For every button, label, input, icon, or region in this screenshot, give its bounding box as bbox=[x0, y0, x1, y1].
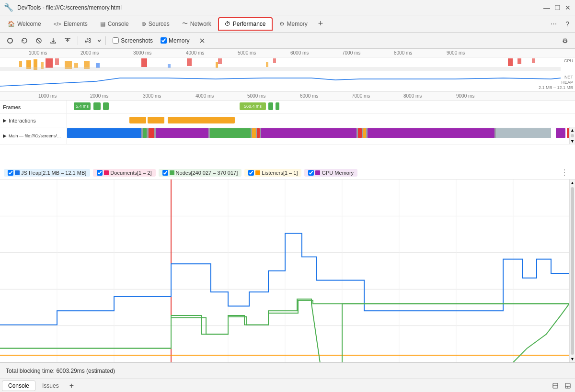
cpu-chart bbox=[0, 57, 561, 74]
main-task-6 bbox=[252, 128, 256, 138]
tab-bar: 🏠 Welcome </> Elements ▤ Console ⊛ Sourc… bbox=[0, 15, 575, 33]
frame-val-1: 5.4 ms bbox=[76, 104, 89, 109]
legend-nodes[interactable]: Nodes[240 027 – 370 017] bbox=[159, 169, 242, 177]
legend-menu-button[interactable]: ⋮ bbox=[558, 168, 571, 177]
legend-js-heap-check[interactable] bbox=[8, 170, 13, 176]
main-task-7 bbox=[257, 128, 260, 138]
main-task-2 bbox=[143, 128, 147, 138]
main-task-11 bbox=[368, 128, 494, 138]
tab-add-button[interactable]: + bbox=[314, 19, 327, 29]
reload-record-button[interactable] bbox=[18, 34, 31, 47]
tab-welcome[interactable]: 🏠 Welcome bbox=[2, 17, 47, 31]
recording-dropdown-icon[interactable] bbox=[97, 38, 102, 44]
legend-gpu-check[interactable] bbox=[308, 170, 314, 176]
interactions-label-text: Interactions bbox=[9, 118, 36, 123]
record-button[interactable] bbox=[4, 34, 16, 47]
legend-listeners[interactable]: Listeners[1 – 1] bbox=[244, 169, 301, 177]
memory-checkbox[interactable]: Memory bbox=[158, 37, 192, 44]
bottom-tab-console[interactable]: Console bbox=[2, 381, 35, 391]
close-button[interactable]: ✕ bbox=[564, 4, 571, 11]
tab-performance[interactable]: ⏱ Performance bbox=[218, 17, 273, 31]
clear-button[interactable] bbox=[33, 34, 45, 47]
timeline-area: 1000 ms 2000 ms 3000 ms 4000 ms 5000 ms … bbox=[0, 49, 575, 362]
legend-documents-check[interactable] bbox=[97, 170, 103, 176]
toolbar-right: ⚙ bbox=[559, 34, 571, 47]
frame-bar-6 bbox=[276, 102, 279, 110]
legend-gpu-memory[interactable]: GPU Memory bbox=[304, 169, 357, 177]
screenshots-check[interactable] bbox=[113, 37, 119, 44]
legend-nodes-dot bbox=[170, 170, 174, 175]
svg-rect-6 bbox=[141, 58, 147, 67]
svg-rect-12 bbox=[532, 58, 535, 63]
legend-js-heap[interactable]: JS Heap[2.1 MB – 12.1 MB] bbox=[4, 169, 90, 177]
save-profile-button[interactable] bbox=[61, 34, 74, 47]
legend-js-heap-label: JS Heap[2.1 MB – 12.1 MB] bbox=[21, 170, 86, 176]
toolbar-separator-1 bbox=[78, 36, 78, 45]
tab-network[interactable]: 〜 Network bbox=[176, 17, 217, 31]
legend-gpu-dot bbox=[315, 170, 320, 175]
status-text: Total blocking time: 6003.29ms (estimate… bbox=[6, 368, 115, 374]
undock-button[interactable] bbox=[563, 381, 573, 391]
main-label-text: Main — file:///C:/screens/memory.html bbox=[9, 134, 64, 138]
interaction-bar-3 bbox=[168, 117, 235, 123]
detail-ruler: 1000 ms 2000 ms 3000 ms 4000 ms 5000 ms … bbox=[0, 92, 575, 101]
chart-scroll-thumb[interactable] bbox=[571, 187, 574, 355]
svg-rect-21 bbox=[266, 62, 268, 67]
screenshots-checkbox[interactable]: Screenshots bbox=[110, 37, 156, 44]
minimize-button[interactable]: — bbox=[543, 4, 550, 11]
legend-documents-label: Documents[1 – 2] bbox=[110, 170, 151, 176]
tab-elements[interactable]: </> Elements bbox=[48, 17, 93, 31]
main-task-12 bbox=[496, 128, 551, 138]
clear-trace-button[interactable] bbox=[196, 34, 208, 47]
timeline-scrollbar: ▲ ▼ bbox=[569, 127, 575, 144]
bottom-tab-issues[interactable]: Issues bbox=[36, 381, 65, 391]
svg-rect-13 bbox=[19, 61, 22, 67]
main-task-10 bbox=[363, 128, 366, 138]
legend-nodes-label: Nodes[240 027 – 370 017] bbox=[176, 170, 238, 176]
expand-arrow[interactable]: ▶ bbox=[3, 118, 7, 123]
dock-button[interactable] bbox=[550, 381, 561, 391]
tab-sources[interactable]: ⊛ Sources bbox=[136, 17, 175, 31]
svg-rect-7 bbox=[187, 58, 192, 66]
detail-timeline: 1000 ms 2000 ms 3000 ms 4000 ms 5000 ms … bbox=[0, 92, 575, 166]
chart-scrollbar: ▲ ▼ bbox=[569, 179, 575, 362]
chart-scroll-up[interactable]: ▲ bbox=[570, 179, 575, 186]
settings-button[interactable]: ⚙ bbox=[559, 34, 571, 47]
main-expand-arrow[interactable]: ▶ bbox=[3, 133, 7, 138]
svg-rect-39 bbox=[553, 383, 558, 388]
scroll-up-arrow[interactable]: ▲ bbox=[570, 127, 575, 133]
tab-memory[interactable]: ⚙ Memory bbox=[274, 17, 313, 31]
main-task-4 bbox=[156, 128, 208, 138]
welcome-icon: 🏠 bbox=[8, 21, 15, 27]
chart-scroll-down[interactable]: ▼ bbox=[570, 356, 575, 362]
legend-nodes-check[interactable] bbox=[162, 170, 168, 176]
memory-check[interactable] bbox=[161, 37, 167, 44]
window-controls: — ☐ ✕ bbox=[543, 4, 571, 11]
scroll-down-arrow[interactable]: ▼ bbox=[570, 138, 575, 144]
svg-rect-10 bbox=[508, 58, 513, 66]
frames-label: Frames bbox=[0, 101, 67, 113]
tab-console[interactable]: ▤ Console bbox=[94, 17, 135, 31]
help-button[interactable]: ? bbox=[562, 20, 573, 28]
main-track: ▶ Main — file:///C:/screens/memory.html bbox=[0, 127, 575, 145]
add-bottom-tab-button[interactable]: + bbox=[66, 381, 78, 391]
detail-tick-1: 1000 ms bbox=[38, 93, 57, 99]
main-task-1 bbox=[67, 128, 141, 138]
ruler-tick-7: 7000 ms bbox=[342, 50, 360, 56]
legend-js-heap-dot bbox=[15, 170, 20, 175]
legend-documents[interactable]: Documents[1 – 2] bbox=[93, 169, 155, 177]
load-profile-button[interactable] bbox=[47, 34, 59, 47]
screenshots-label: Screenshots bbox=[121, 37, 153, 44]
sources-icon: ⊛ bbox=[141, 21, 146, 27]
main-task-13 bbox=[556, 128, 565, 138]
tab-welcome-label: Welcome bbox=[17, 21, 41, 27]
tab-network-label: Network bbox=[190, 21, 211, 27]
main-task-8 bbox=[261, 128, 356, 138]
more-tabs-button[interactable]: ··· bbox=[547, 20, 561, 28]
scroll-thumb[interactable] bbox=[571, 134, 574, 137]
detail-tick-9: 9000 ms bbox=[456, 93, 474, 99]
main-label: ▶ Main — file:///C:/screens/memory.html bbox=[0, 127, 67, 144]
frames-label-text: Frames bbox=[3, 104, 21, 110]
legend-listeners-check[interactable] bbox=[248, 170, 254, 176]
restore-button[interactable]: ☐ bbox=[554, 4, 561, 11]
